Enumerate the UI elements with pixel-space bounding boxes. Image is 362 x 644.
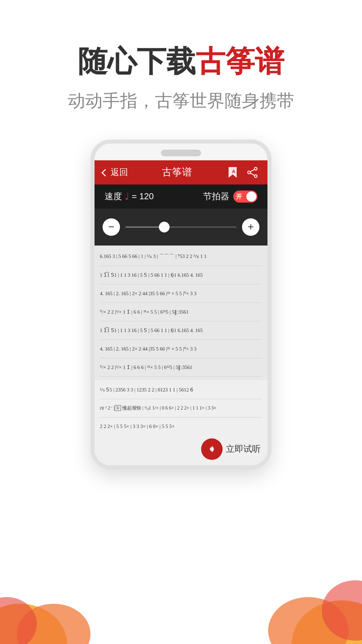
separator-2 — [100, 284, 262, 284]
phone-speaker — [161, 150, 201, 156]
sheet-music-area: 6.165 3 | 5 66 5 66 | 1 | ²/₂ 3 | ⌒⌒⌒ | … — [95, 246, 267, 380]
svg-line-11 — [250, 173, 254, 175]
separator-4 — [100, 321, 262, 321]
svg-line-10 — [250, 169, 254, 172]
separator-3 — [100, 303, 262, 303]
svg-point-2 — [0, 597, 37, 644]
listen-section: 立即试听 — [95, 435, 267, 464]
tempo-value: = 120 — [132, 191, 154, 202]
lower-sheet-area: ²/₅ 5̄5 | 2356 3 3 | 1235 2 2 | 0123 1 1… — [95, 380, 267, 465]
bottom-notation-row-3: 2 2 2× | 5 5 5× | 3 3 3× | 6 0× | 5 5 5× — [95, 418, 267, 435]
phone-mockup: 返回 古筝谱 A — [90, 140, 272, 469]
toggle-thumb — [246, 192, 256, 202]
increase-button[interactable]: + — [242, 218, 259, 236]
bg-decoration-left — [0, 557, 94, 644]
notation-row-1: 6.165 3 | 5 66 5 66 | 1 | ²/₂ 3 | ⌒⌒⌒ | … — [95, 248, 267, 265]
metronome-section: 节拍器 开 — [203, 191, 257, 203]
bookmark-icon: A — [227, 166, 238, 178]
toggle-on-label: 开 — [236, 193, 242, 201]
slider-area: − + — [95, 209, 267, 246]
listen-label: 立即试听 — [226, 443, 261, 455]
tempo-section: 速度 ♩ = 120 — [105, 191, 154, 202]
svg-point-9 — [248, 171, 250, 174]
slider-track — [125, 226, 237, 228]
svg-point-7 — [254, 167, 257, 170]
slider-fill — [125, 226, 164, 228]
notation-row-5: 1 1͡1 5̄1 | 1 1 3 16 | 5 5̄ | 5 66 1 1 |… — [95, 322, 267, 339]
main-title: 随心下载古筝谱 — [0, 44, 362, 79]
separator-7 — [100, 376, 262, 377]
bg-decoration-right — [255, 543, 362, 644]
phone-container: 返回 古筝谱 A — [0, 133, 362, 469]
music-note-icon: ♩ — [125, 191, 129, 202]
separator-9 — [100, 417, 262, 418]
notation-row-7: ⁵/× 2 2 |³/× 1 1̄ | 6 6 6 | ³¹× 5 5 | 6³… — [95, 359, 267, 376]
notation-row-4: ⁵/× 2 2 |³/× 1 1̄ | 6 6 | ³¹× 5 5 | 6³²5… — [95, 304, 267, 320]
separator-1 — [100, 266, 262, 266]
svg-point-8 — [254, 175, 257, 177]
tempo-slider[interactable] — [125, 226, 237, 228]
metronome-label: 节拍器 — [203, 191, 229, 202]
notation-row-2: 1 1͡1 5̄1 | 1 1 3 16 | 5 5̄ | 5 66 1 1 |… — [95, 267, 267, 283]
main-title-red: 古筝谱 — [196, 45, 284, 78]
slider-thumb — [159, 222, 170, 232]
bottom-notation-row-2: rit ² 2⁻ | ① 慢起渐快 | ³/₂1 1/× | 0 6 6× | … — [95, 400, 267, 417]
bottom-notation-row-1: ²/₅ 5̄5 | 2356 3 3 | 1235 2 2 | 0123 1 1… — [95, 381, 267, 398]
speaker-icon — [207, 444, 217, 454]
header-section: 随心下载古筝谱 动动手指，古筝世界随身携带 — [0, 0, 362, 133]
svg-text:A: A — [232, 169, 235, 174]
main-title-prefix: 随心下载 — [78, 45, 196, 78]
listen-button[interactable]: 立即试听 — [201, 438, 261, 460]
header-icons: A — [226, 166, 259, 179]
app-header: 返回 古筝谱 A — [95, 160, 267, 184]
notation-row-3: 4. 165 | 2. 165 | 2× 2 44 |35 5 66 |²¹ ×… — [95, 285, 267, 302]
separator-5 — [100, 339, 262, 340]
back-label: 返回 — [111, 166, 128, 178]
notation-row-6: 4. 165 | 2. 165 | 2× 2 44 |35 5 66 |²¹ ×… — [95, 340, 267, 357]
metronome-toggle[interactable]: 开 — [233, 191, 257, 203]
app-screen: 返回 古筝谱 A — [95, 160, 267, 465]
sub-title: 动动手指，古筝世界随身携带 — [0, 89, 362, 113]
separator-6 — [100, 358, 262, 358]
bookmark-button[interactable]: A — [226, 166, 239, 179]
notation-box: ① — [115, 405, 121, 411]
chevron-left-icon — [102, 169, 109, 176]
back-button[interactable]: 返回 — [103, 166, 128, 178]
separator-8 — [100, 399, 262, 399]
tempo-label: 速度 — [105, 191, 122, 202]
metronome-bar: 速度 ♩ = 120 节拍器 开 — [95, 184, 267, 209]
share-button[interactable] — [246, 166, 259, 179]
page-title: 古筝谱 — [162, 165, 192, 179]
decrease-button[interactable]: − — [103, 218, 120, 236]
listen-icon — [201, 438, 223, 460]
share-icon — [247, 167, 258, 178]
